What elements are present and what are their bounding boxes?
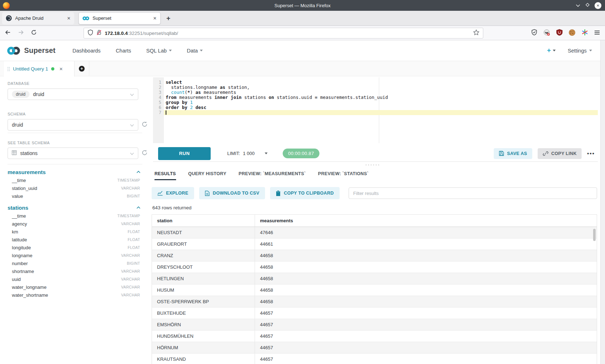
schema-column-row: shortnameVARCHAR: [8, 267, 142, 275]
tab-title: Apache Druid: [15, 15, 64, 21]
table-row: CRANZ44658: [152, 250, 597, 261]
results-tab-4[interactable]: PREVIEW: `STATIONS`: [318, 169, 368, 179]
schema-column-row: __timeTIMESTAMP: [8, 212, 142, 220]
column-type: TIMESTAMP: [117, 178, 140, 182]
file-icon: [205, 191, 210, 196]
window-close-icon[interactable]: ✕: [595, 2, 601, 9]
results-tab-3[interactable]: PREVIEW: `MEASUREMENTS`: [239, 169, 306, 179]
nav-item-sql-lab[interactable]: SQL Lab: [146, 48, 172, 54]
snowflake-extension-icon[interactable]: [582, 29, 588, 37]
column-name: latitude: [12, 237, 27, 242]
code-line: stations.longname as station,: [164, 85, 598, 90]
database-select[interactable]: druid druid: [8, 88, 138, 100]
column-header-measurements[interactable]: measurements: [255, 215, 597, 227]
window-maximize-icon[interactable]: [585, 3, 590, 8]
superset-navbar: Superset Dashboards Charts SQL Lab Data …: [0, 40, 605, 61]
chevron-down-icon: [200, 50, 203, 51]
limit-control[interactable]: LIMIT: 1 000: [227, 151, 268, 156]
query-tab-close-icon[interactable]: ✕: [59, 67, 63, 72]
copy-link-button[interactable]: COPY LINK: [538, 148, 582, 159]
column-header-station[interactable]: station: [152, 215, 255, 227]
pane-resize-handle[interactable]: [366, 164, 379, 165]
add-new-button[interactable]: +: [547, 47, 556, 54]
cell-station: HÖRNUM: [152, 342, 255, 353]
tab-close-icon[interactable]: ✕: [67, 16, 71, 21]
table-row: HÖRNUM44657: [152, 342, 597, 354]
query-status-dot: [51, 67, 54, 70]
save-as-button[interactable]: SAVE AS: [494, 148, 532, 159]
table-row: HUNDSMÜHLEN44657: [152, 331, 597, 342]
collapse-up-icon[interactable]: [136, 170, 141, 173]
table-select[interactable]: stations: [8, 147, 138, 159]
results-tab-1[interactable]: RESULTS: [154, 169, 176, 180]
cell-station: KRAUTSAND: [152, 354, 255, 364]
url-bar[interactable]: 172.18.0.4:32251/superset/sqllab/: [84, 28, 483, 38]
shield-icon[interactable]: [88, 29, 93, 37]
brand-name: Superset: [24, 46, 55, 55]
settings-menu[interactable]: Settings: [568, 48, 592, 54]
link-icon: [543, 151, 548, 156]
shield-extension-icon[interactable]: [531, 29, 537, 37]
schema-value: druid: [12, 122, 23, 128]
results-scrollbar-thumb[interactable]: [593, 229, 596, 241]
column-name: km: [12, 229, 18, 235]
more-options-button[interactable]: •••: [587, 150, 595, 156]
table-row: HUSUM44658: [152, 285, 597, 296]
back-button[interactable]: [5, 30, 11, 36]
table-row: HETLINGEN44658: [152, 273, 597, 285]
mask-extension-icon[interactable]: [543, 29, 550, 37]
superset-logo[interactable]: Superset: [6, 46, 55, 55]
nav-item-dashboards[interactable]: Dashboards: [72, 48, 100, 54]
cookie-extension-icon[interactable]: [569, 29, 575, 37]
nav-item-data[interactable]: Data: [187, 48, 203, 54]
schema-table-header-stations[interactable]: stations: [8, 203, 142, 212]
column-type: VARCHAR: [121, 253, 140, 258]
ublock-extension-icon[interactable]: [556, 29, 563, 37]
drag-handle-icon[interactable]: [7, 67, 10, 72]
copy-clipboard-button[interactable]: COPY TO CLIPBOARD: [270, 187, 340, 199]
bookmark-star-icon[interactable]: [473, 29, 479, 37]
refresh-schemas-icon[interactable]: [142, 121, 148, 129]
chevron-down-icon: [589, 50, 592, 51]
sql-editor[interactable]: 1234567 select stations.longname as stat…: [153, 77, 598, 143]
schema-select[interactable]: druid: [8, 119, 138, 131]
insecure-lock-icon[interactable]: [97, 29, 102, 37]
reload-button[interactable]: [31, 29, 37, 37]
page-scrollbar-track[interactable]: [600, 40, 605, 364]
cell-measurements: 44657: [255, 342, 597, 353]
window-minimize-icon[interactable]: [575, 3, 581, 8]
nav-item-charts[interactable]: Charts: [116, 48, 131, 54]
schema-column-row: agencyVARCHAR: [8, 220, 142, 228]
schema-table-header-measurements[interactable]: measurements: [8, 168, 142, 176]
schema-tables-list: measurements__timeTIMESTAMPstation_uuidV…: [8, 168, 152, 299]
schema-column-row: __timeTIMESTAMP: [8, 176, 142, 184]
results-tab-2[interactable]: QUERY HISTORY: [188, 169, 227, 179]
query-tab-untitled[interactable]: Untitled Query 1 ✕: [4, 61, 75, 77]
refresh-tables-icon[interactable]: [142, 150, 148, 157]
run-button[interactable]: RUN: [158, 147, 211, 160]
code-line: from measurements inner join stations on…: [164, 95, 598, 100]
limit-label: LIMIT:: [227, 151, 240, 156]
tab-close-icon[interactable]: ✕: [153, 16, 157, 21]
results-actions-row: EXPLORE DOWNLOAD TO CSV COPY TO CLIPBOAR…: [152, 187, 597, 199]
explore-button[interactable]: EXPLORE: [152, 187, 194, 199]
table-row: GRAUERORT44661: [152, 238, 597, 250]
browser-tab-apache-druid[interactable]: Apache Druid ✕: [2, 12, 74, 24]
cell-measurements: 44658: [255, 261, 597, 273]
plus-circle-icon: +: [79, 66, 85, 72]
new-query-tab-button[interactable]: +: [75, 61, 89, 76]
see-table-schema-label: SEE TABLE SCHEMA: [8, 141, 152, 145]
browser-tab-superset[interactable]: Superset ✕: [79, 12, 161, 24]
schema-column-row: latitudeFLOAT: [8, 236, 142, 244]
table-row: BUXTEHUDE44657: [152, 308, 597, 319]
collapse-up-icon[interactable]: [136, 206, 141, 209]
editor-toolbar: RUN LIMIT: 1 000 00:00:00.87 SAVE AS COP…: [153, 145, 598, 162]
filter-results-input[interactable]: [349, 187, 597, 199]
cell-measurements: 47646: [255, 227, 597, 238]
menu-hamburger-icon[interactable]: [594, 30, 600, 36]
forward-button[interactable]: [18, 30, 24, 36]
cell-measurements: 44657: [255, 354, 597, 364]
new-tab-button[interactable]: +: [166, 14, 170, 22]
superset-infinity-icon: [6, 46, 22, 55]
download-csv-button[interactable]: DOWNLOAD TO CSV: [199, 187, 265, 199]
